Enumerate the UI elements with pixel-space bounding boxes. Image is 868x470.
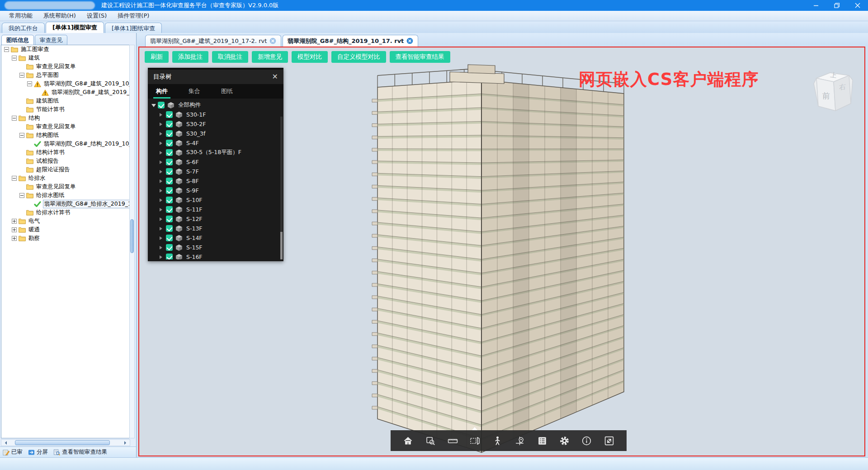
tree-item-label[interactable]: 总平面图: [35, 71, 60, 79]
catalog-item[interactable]: S30-5（5-18平面）F: [148, 148, 283, 157]
tree-item-label[interactable]: 审查意见回复单: [35, 63, 77, 70]
catalog-item[interactable]: S-4F: [148, 138, 283, 148]
tree-row[interactable]: 给排水: [1, 174, 130, 183]
expand-icon[interactable]: [12, 236, 17, 241]
caret-icon[interactable]: [160, 255, 164, 259]
tab-close-icon[interactable]: [269, 38, 276, 44]
catalog-item[interactable]: S-13F: [148, 224, 283, 233]
caret-icon[interactable]: [160, 189, 164, 193]
tree-row[interactable]: 翡翠湖别院_G8#_建筑_2019_10_1: [1, 88, 130, 97]
left-panel-tab[interactable]: 图纸信息: [1, 35, 34, 45]
tree-row[interactable]: 勘察: [1, 234, 130, 243]
tree-row[interactable]: 给排水计算书: [1, 208, 130, 217]
walkthrough-icon[interactable]: [491, 434, 504, 447]
checkbox-checked[interactable]: [166, 244, 173, 251]
tree-row[interactable]: 建筑: [1, 54, 130, 62]
caret-icon[interactable]: [160, 179, 164, 183]
cube-face-front[interactable]: 前: [822, 91, 830, 100]
caret-icon[interactable]: [160, 122, 164, 126]
catalog-item[interactable]: S-9F: [148, 186, 283, 195]
close-button[interactable]: [847, 0, 868, 11]
catalog-item[interactable]: S-16F: [148, 252, 283, 259]
view-cube[interactable]: 上 前 右: [807, 65, 865, 114]
cube-face-right[interactable]: 右: [839, 82, 846, 92]
model-viewport[interactable]: 刷新添加批注取消批注新增意见模型对比自定义模型对比查看智能审查结果 目录树 ✕ …: [138, 47, 865, 456]
checkbox-checked[interactable]: [166, 206, 173, 213]
catalog-item[interactable]: S-12F: [148, 214, 283, 224]
hscroll-right-arrow-icon[interactable]: [124, 441, 128, 445]
tree-row[interactable]: 翡翠湖别院_G8#_结构_2019_10_17. r: [1, 140, 130, 148]
caret-icon[interactable]: [160, 170, 164, 174]
caret-icon[interactable]: [160, 160, 164, 164]
catalog-item[interactable]: S-6F: [148, 157, 283, 167]
caret-icon[interactable]: [160, 113, 164, 117]
section-icon[interactable]: [468, 434, 482, 447]
tree-item-label[interactable]: 建筑图纸: [35, 97, 60, 105]
menu-item-系统帮助(H)[interactable]: 系统帮助(H): [38, 11, 81, 21]
main-tab[interactable]: 我的工作台: [2, 23, 45, 33]
zoom-region-icon[interactable]: [424, 434, 437, 447]
tree-item-label[interactable]: 试桩报告: [35, 157, 60, 165]
catalog-item[interactable]: S-7F: [148, 167, 283, 176]
tree-row[interactable]: 结构: [1, 114, 130, 122]
tree-item-label[interactable]: 结构计算书: [35, 149, 66, 156]
tree-row[interactable]: 总平面图: [1, 71, 130, 80]
tree-item-label[interactable]: 审查意见回复单: [35, 183, 77, 191]
checkbox-checked[interactable]: [158, 102, 165, 108]
catalog-item-label[interactable]: S-8F: [186, 178, 199, 184]
catalog-item[interactable]: 全部构件: [148, 100, 283, 110]
tree-item-label[interactable]: 给排水计算书: [35, 209, 71, 216]
restore-button[interactable]: [826, 0, 847, 11]
tree-horizontal-scrollbar[interactable]: [1, 439, 130, 446]
tab-close-icon[interactable]: [406, 38, 413, 44]
main-tab[interactable]: [单体1]模型审查: [46, 22, 104, 33]
catalog-item[interactable]: S-8F: [148, 176, 283, 186]
expand-icon[interactable]: [12, 227, 17, 232]
checkbox-checked[interactable]: [166, 130, 173, 137]
hscroll-left-arrow-icon[interactable]: [3, 441, 7, 445]
menu-item-设置(S)[interactable]: 设置(S): [81, 11, 112, 21]
caret-icon[interactable]: [160, 227, 164, 230]
checkbox-checked[interactable]: [166, 216, 173, 222]
tree-item-label[interactable]: 结构: [28, 114, 41, 122]
collapse-icon[interactable]: [12, 176, 17, 181]
collapse-icon[interactable]: [19, 133, 24, 138]
tree-item-label[interactable]: 暖通: [28, 226, 41, 234]
tree-item-label[interactable]: 翡翠湖别院_G8#_给排水_2019_10_17: [43, 200, 130, 208]
document-tab[interactable]: 翡翠湖别院_G8#_结构_2019_10_17. rvt: [283, 35, 418, 47]
catalog-item-label[interactable]: S-7F: [186, 168, 199, 175]
catalog-item[interactable]: S30-2F: [148, 119, 283, 129]
caret-icon[interactable]: [160, 132, 164, 136]
checkbox-checked[interactable]: [166, 254, 173, 259]
tree-row[interactable]: 审查意见回复单: [1, 62, 130, 71]
tree-item-label[interactable]: 节能计算书: [35, 106, 66, 113]
main-tab[interactable]: [单体1]图纸审查: [105, 23, 162, 33]
tree-item-label[interactable]: 施工图审查: [20, 46, 50, 53]
tree-item-label[interactable]: 翡翠湖别院_G8#_建筑_2019_10_17. r: [43, 80, 130, 88]
left-panel-tab[interactable]: 审查意见: [35, 35, 67, 45]
catalog-item-label[interactable]: S30-1F: [186, 111, 206, 118]
fullscreen-icon[interactable]: [602, 434, 616, 447]
tree-vscroll-thumb[interactable]: [130, 219, 134, 253]
catalog-item-label[interactable]: S-11F: [186, 206, 203, 213]
cube-face-top[interactable]: 上: [830, 71, 837, 79]
tree-item-label[interactable]: 结构图纸: [35, 132, 60, 139]
building-model[interactable]: [356, 58, 637, 456]
tree-row[interactable]: 翡翠湖别院_G8#_给排水_2019_10_17: [1, 200, 130, 208]
tree-row[interactable]: 电气: [1, 217, 130, 226]
tree-row[interactable]: 建筑图纸: [1, 97, 130, 105]
tree-item-label[interactable]: 建筑: [28, 54, 41, 62]
tree-row[interactable]: 结构计算书: [1, 148, 130, 157]
catalog-item-label[interactable]: S-13F: [186, 225, 203, 232]
tree-row[interactable]: 节能计算书: [1, 105, 130, 114]
collapse-icon[interactable]: [27, 81, 32, 86]
caret-icon[interactable]: [160, 246, 164, 249]
status-button-splitscreen[interactable]: 分屏: [28, 448, 48, 456]
catalog-item-label[interactable]: 全部构件: [178, 101, 201, 109]
tree-row[interactable]: 试桩报告: [1, 157, 130, 165]
checkbox-checked[interactable]: [166, 111, 173, 118]
collapse-icon[interactable]: [19, 73, 24, 78]
document-tab[interactable]: 翡翠湖别院_G8#_建筑_2019_10_17-2. rvt: [145, 35, 281, 47]
catalog-item-label[interactable]: S-6F: [186, 159, 199, 165]
catalog-tab[interactable]: 构件: [153, 84, 170, 99]
